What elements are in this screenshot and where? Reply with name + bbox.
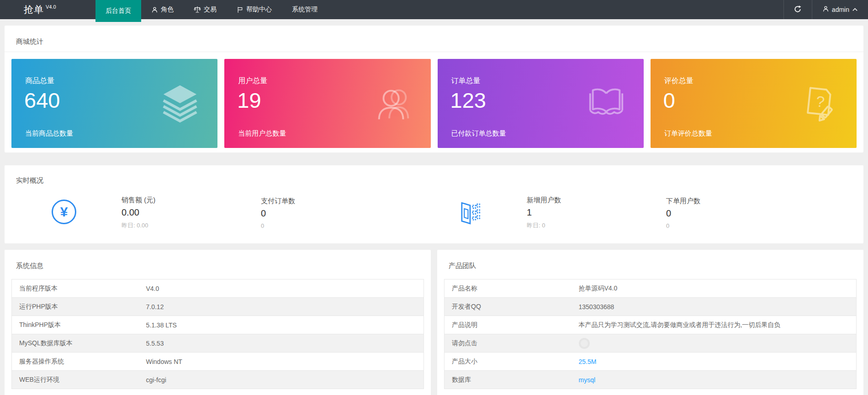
top-navbar: 抢单 V4.0 后台首页 角色 交易 帮助中心 系统管理 <box>0 0 868 19</box>
product-team-table-wrap: 产品名称 抢单源码V4.0 开发者QQ 1350303688 产品说明 本产品只… <box>444 279 857 389</box>
user-name: admin <box>832 6 849 13</box>
user-icon <box>822 5 829 14</box>
user-menu[interactable]: admin <box>812 0 868 19</box>
card-value: 19 <box>237 87 261 114</box>
svg-text:?: ? <box>815 93 826 111</box>
stat-label: 销售额 (元) <box>122 196 217 205</box>
row-value <box>572 334 857 353</box>
card-desc: 订单评价总数量 <box>664 129 712 138</box>
stat-value: 0 <box>666 208 762 219</box>
card-label: 订单总量 <box>451 76 481 86</box>
panel-title: 系统信息 <box>5 250 431 270</box>
table-row: 服务器操作系统 Windows NT <box>12 353 424 371</box>
nav-item-system[interactable]: 系统管理 <box>282 0 328 19</box>
app-title: 抢单 <box>24 3 44 16</box>
users-icon <box>373 83 413 125</box>
row-value: cgi-fcgi <box>139 371 424 389</box>
layers-icon <box>160 83 200 125</box>
nav-item-help[interactable]: 帮助中心 <box>227 0 282 19</box>
system-info-table-wrap: 当前程序版本 V4.0 运行PHP版本 7.0.12 ThinkPHP版本 5.… <box>11 279 424 389</box>
yen-circle-icon: ¥ <box>52 200 78 226</box>
review-icon: ? <box>799 83 839 125</box>
database-link[interactable]: mysql <box>579 376 596 384</box>
refresh-icon <box>794 5 802 15</box>
stat-label: 新增用户数 <box>527 196 623 205</box>
nav-item-label: 帮助中心 <box>246 5 272 14</box>
refresh-button[interactable] <box>783 0 812 19</box>
stat-value: 1 <box>527 207 623 218</box>
stat-ordering-users: 下单用户数 0 0 <box>666 197 762 229</box>
card-value: 123 <box>450 87 486 114</box>
mall-stats-panel: 商城统计 商品总量 640 当前商品总数量 用户总量 19 当前 <box>5 26 863 153</box>
row-value: 本产品只为学习测试交流,请勿要做商业或者用于违法行为,一切后果自负 <box>572 316 857 334</box>
nav-item-home[interactable]: 后台首页 <box>95 0 141 22</box>
chevron-up-icon <box>852 6 858 13</box>
table-row: 产品大小 25.5M <box>445 353 857 371</box>
table-row: 请勿点击 <box>445 334 857 353</box>
stat-card-users: 用户总量 19 当前用户总数量 <box>224 59 430 148</box>
flag-icon <box>237 6 243 13</box>
nav-item-roles[interactable]: 角色 <box>141 0 184 19</box>
nav-item-label: 交易 <box>204 5 217 14</box>
stat-card-products: 商品总量 640 当前商品总数量 <box>11 59 217 148</box>
stat-card-orders: 订单总量 123 已付款订单总数量 <box>438 59 644 148</box>
stat-sales: 销售额 (元) 0.00 昨日: 0.00 <box>122 196 217 230</box>
person-icon <box>151 6 158 13</box>
nav-item-label: 系统管理 <box>292 5 318 14</box>
card-value: 640 <box>24 87 60 114</box>
row-label: ThinkPHP版本 <box>12 316 139 334</box>
panel-title: 实时概况 <box>5 165 863 191</box>
row-label: MySQL数据库版本 <box>12 334 139 353</box>
stat-sub: 0 <box>666 222 762 229</box>
stat-label: 支付订单数 <box>261 197 357 205</box>
table-row: 运行PHP版本 7.0.12 <box>12 298 424 316</box>
row-value: V4.0 <box>139 279 424 298</box>
main-content: 商城统计 商品总量 640 当前商品总数量 用户总量 19 当前 <box>0 19 868 395</box>
card-desc: 当前用户总数量 <box>238 129 286 138</box>
row-label: 产品大小 <box>445 353 572 371</box>
table-row: 当前程序版本 V4.0 <box>12 279 424 298</box>
realtime-panel: 实时概况 ¥ 销售额 (元) 0.00 昨日: 0.00 支付订单数 0 0 <box>5 165 863 243</box>
card-desc: 当前商品总数量 <box>25 129 73 138</box>
row-value: 5.5.53 <box>139 334 424 353</box>
table-row: 数据库 mysql <box>445 371 857 389</box>
stat-card-reviews: 评价总量 0 订单评价总数量 ? <box>651 59 857 148</box>
app-version: V4.0 <box>46 4 56 10</box>
realtime-group-sales: ¥ 销售额 (元) 0.00 昨日: 0.00 支付订单数 0 0 <box>16 196 434 230</box>
table-row: 产品名称 抢单源码V4.0 <box>445 279 857 298</box>
row-label: WEB运行环境 <box>12 371 139 389</box>
stat-new-users: 新增用户数 1 昨日: 0 <box>527 196 623 230</box>
row-label: 运行PHP版本 <box>12 298 139 316</box>
row-value: 抢单源码V4.0 <box>572 279 857 298</box>
product-size-link[interactable]: 25.5M <box>579 358 597 365</box>
table-row: ThinkPHP版本 5.1.38 LTS <box>12 316 424 334</box>
realtime-body: ¥ 销售额 (元) 0.00 昨日: 0.00 支付订单数 0 0 <box>5 191 863 243</box>
card-value: 0 <box>663 87 675 114</box>
stat-sub: 昨日: 0 <box>527 221 623 230</box>
navbar-spacer <box>328 0 783 19</box>
row-value: Windows NT <box>139 353 424 371</box>
row-label: 数据库 <box>445 371 572 389</box>
row-value: 1350303688 <box>572 298 857 316</box>
realtime-group-users: 新增用户数 1 昨日: 0 下单用户数 0 0 <box>434 196 852 230</box>
row-label: 产品名称 <box>445 279 572 298</box>
card-label: 商品总量 <box>25 76 54 86</box>
system-info-panel: 系统信息 当前程序版本 V4.0 运行PHP版本 7.0.12 ThinkPHP… <box>5 250 431 395</box>
table-row: WEB运行环境 cgi-fcgi <box>12 371 424 389</box>
row-value: 7.0.12 <box>139 298 424 316</box>
system-info-table: 当前程序版本 V4.0 运行PHP版本 7.0.12 ThinkPHP版本 5.… <box>11 279 424 389</box>
stat-value: 0 <box>261 208 357 219</box>
scale-icon <box>194 6 201 13</box>
table-row: 产品说明 本产品只为学习测试交流,请勿要做商业或者用于违法行为,一切后果自负 <box>445 316 857 334</box>
nav-item-trade[interactable]: 交易 <box>184 0 227 19</box>
stat-sub: 昨日: 0.00 <box>122 221 217 230</box>
building-icon <box>457 200 483 226</box>
table-row: 开发者QQ 1350303688 <box>445 298 857 316</box>
app-logo: 抢单 V4.0 <box>0 0 95 19</box>
stat-sub: 0 <box>261 222 357 229</box>
panel-title: 产品团队 <box>437 250 863 270</box>
stat-cards-row: 商品总量 640 当前商品总数量 用户总量 19 当前用户总数量 <box>5 52 863 153</box>
do-not-click-icon[interactable] <box>579 338 590 349</box>
product-team-panel: 产品团队 产品名称 抢单源码V4.0 开发者QQ 1350303688 产品说明… <box>437 250 863 395</box>
row-label: 服务器操作系统 <box>12 353 139 371</box>
